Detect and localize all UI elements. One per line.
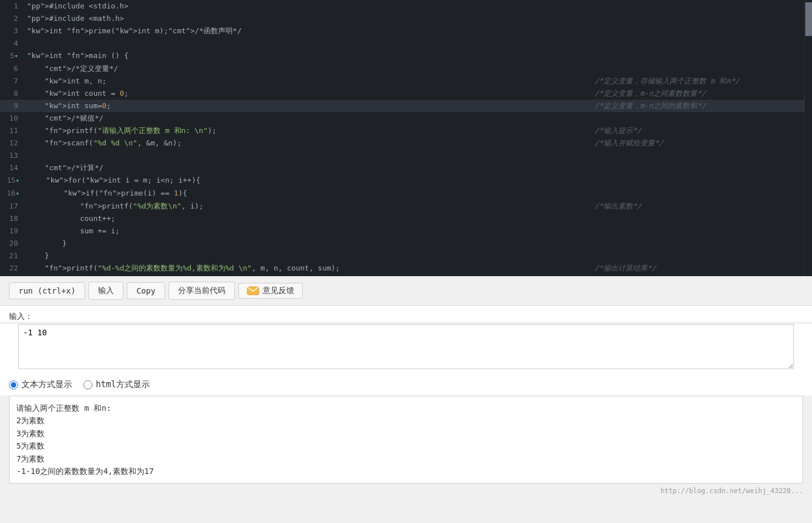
line-comment: /*定义变量，存储输入两个正整数 m 和n*/ <box>590 75 804 87</box>
table-row: 20 } <box>0 237 804 250</box>
line-comment <box>590 12 804 25</box>
radio-html-input[interactable] <box>83 380 92 389</box>
line-comment <box>590 162 804 174</box>
scrollbar[interactable] <box>804 0 812 276</box>
line-code: "kw">if("fn">prime(i) == 1){ <box>24 187 590 200</box>
output-line: 3为素数 <box>16 427 796 440</box>
line-code: "fn">printf("请输入两个正整数 m 和n: \n"); <box>23 125 590 137</box>
line-comment <box>590 174 804 187</box>
line-comment: /*输出计算结果*/ <box>590 262 804 274</box>
table-row: 16▾ "kw">if("fn">prime(i) == 1){ <box>0 187 804 200</box>
radio-text-input[interactable] <box>9 380 18 389</box>
table-row: 3"kw">int "fn">prime("kw">int m);"cmt">/… <box>0 25 804 37</box>
output-line: 7为素数 <box>16 453 796 465</box>
input-section: 输入： <box>0 306 812 322</box>
line-number: 16▾ <box>0 187 24 200</box>
line-number: 10 <box>0 112 23 125</box>
line-comment: /*定义变量，m-n之间素数数量*/ <box>590 87 804 100</box>
line-number: 21 <box>0 250 23 262</box>
line-number: 17 <box>0 200 23 212</box>
line-comment <box>590 37 804 50</box>
line-code: "kw">int count = 0; <box>23 87 590 100</box>
line-number: 3 <box>0 25 23 37</box>
code-scroll-area[interactable]: 1"pp">#include <stdio.h>2"pp">#include <… <box>0 0 804 276</box>
code-lines: 1"pp">#include <stdio.h>2"pp">#include <… <box>0 0 804 276</box>
table-row: 7 "kw">int m, n;/*定义变量，存储输入两个正整数 m 和n*/ <box>0 75 804 87</box>
line-comment <box>590 0 804 12</box>
table-row: 22 "fn">printf("%d-%d之间的素数数量为%d,素数和为%d \… <box>0 262 804 274</box>
line-number: 15▾ <box>0 174 24 187</box>
line-code: "kw">int sum=0; <box>23 100 590 112</box>
envelope-icon <box>247 286 259 295</box>
line-number: 1 <box>0 0 23 12</box>
line-code: "fn">printf("%d-%d之间的素数数量为%d,素数和为%d \n",… <box>23 262 590 274</box>
table-row: 4 <box>0 37 804 50</box>
table-row: 1"pp">#include <stdio.h> <box>0 0 804 12</box>
feedback-button[interactable]: 意见反馈 <box>238 283 303 299</box>
line-code: "pp">#include <math.h> <box>23 12 590 25</box>
radio-text-option[interactable]: 文本方式显示 <box>9 379 72 390</box>
line-number: 7 <box>0 75 23 87</box>
line-comment <box>590 25 804 37</box>
line-number: 13 <box>0 149 23 162</box>
line-number: 4 <box>0 37 23 50</box>
line-code <box>23 274 590 276</box>
line-number: 5▾ <box>0 50 23 63</box>
line-comment <box>590 225 804 237</box>
line-number: 9 <box>0 100 23 112</box>
table-row: 19 sum += i; <box>0 225 804 237</box>
line-comment <box>590 237 804 250</box>
radio-html-option[interactable]: html方式显示 <box>83 379 150 390</box>
line-code: "kw">int "fn">prime("kw">int m);"cmt">/*… <box>23 25 590 37</box>
output-line: -1-10之间的素数数量为4,素数和为17 <box>16 465 796 477</box>
input-textarea[interactable] <box>18 324 794 369</box>
copy-button[interactable]: Copy <box>127 282 165 299</box>
table-row: 8 "kw">int count = 0;/*定义变量，m-n之间素数数量*/ <box>0 87 804 100</box>
line-number: 6 <box>0 63 23 75</box>
output-section: 请输入两个正整数 m 和n:2为素数3为素数5为素数7为素数-1-10之间的素数… <box>9 396 803 484</box>
line-comment <box>590 187 804 200</box>
line-number: 8 <box>0 87 23 100</box>
line-code: } <box>23 237 590 250</box>
output-line: 2为素数 <box>16 414 796 427</box>
line-number: 18 <box>0 212 23 225</box>
line-code: "fn">scanf("%d %d \n", &m, &n); <box>23 137 590 149</box>
table-row: 6 "cmt">/*定义变量*/ <box>0 63 804 75</box>
line-comment <box>590 274 804 276</box>
line-code: "fn">printf("%d为素数\n", i); <box>23 200 590 212</box>
radio-html-label: html方式显示 <box>96 379 150 390</box>
line-comment <box>590 149 804 162</box>
line-number: 22 <box>0 262 23 274</box>
line-comment <box>590 63 804 75</box>
scrollbar-thumb <box>805 2 812 36</box>
line-comment <box>590 212 804 225</box>
line-number: 14 <box>0 162 23 174</box>
line-comment <box>590 250 804 262</box>
line-code: "kw">for("kw">int i = m; i<n; i++){ <box>24 174 590 187</box>
table-row: 5▾"kw">int "fn">main () { <box>0 50 804 63</box>
line-number: 11 <box>0 125 23 137</box>
line-code: "kw">int "fn">main () { <box>23 50 590 63</box>
line-code: "kw">int m, n; <box>23 75 590 87</box>
line-number: 19 <box>0 225 23 237</box>
table-row: 21 } <box>0 250 804 262</box>
table-row: 18 count++; <box>0 212 804 225</box>
line-code: "cmt">/*计算*/ <box>23 162 590 174</box>
table-row: 2"pp">#include <math.h> <box>0 12 804 25</box>
line-code <box>23 149 590 162</box>
table-row: 15▾ "kw">for("kw">int i = m; i<n; i++){ <box>0 174 804 187</box>
output-line: 5为素数 <box>16 440 796 452</box>
line-number: 2 <box>0 12 23 25</box>
line-code: count++; <box>23 212 590 225</box>
input-button[interactable]: 输入 <box>88 282 123 300</box>
radio-text-label: 文本方式显示 <box>21 379 72 390</box>
line-code: "cmt">/*定义变量*/ <box>23 63 590 75</box>
line-code <box>23 37 590 50</box>
line-comment: /*输入并赋给变量*/ <box>590 137 804 149</box>
table-row: 9 "kw">int sum=0;/*定义变量，m-n之间的素数和*/ <box>0 100 804 112</box>
table-row: 12 "fn">scanf("%d %d \n", &m, &n);/*输入并赋… <box>0 137 804 149</box>
run-button[interactable]: run (ctrl+x) <box>9 282 85 299</box>
share-button[interactable]: 分享当前代码 <box>168 282 235 300</box>
line-code: sum += i; <box>23 225 590 237</box>
line-comment <box>590 112 804 125</box>
